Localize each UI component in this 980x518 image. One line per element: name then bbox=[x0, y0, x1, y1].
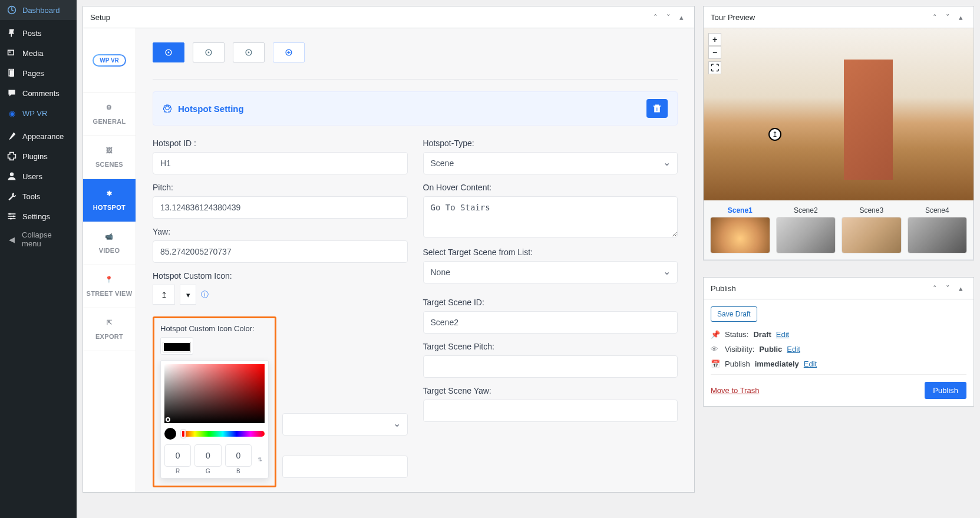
map-pin-icon: 📍 bbox=[104, 276, 115, 286]
target-pitch-input[interactable] bbox=[423, 355, 678, 378]
scene-thumbnails: Scene1 Scene2 Scene3 Scene4 bbox=[704, 200, 974, 260]
panel-up-icon[interactable]: ˄ bbox=[649, 11, 661, 23]
icon-preview-button[interactable]: ↥ bbox=[153, 285, 175, 305]
hidden-select[interactable] bbox=[282, 413, 408, 435]
panel-toggle-icon[interactable]: ▴ bbox=[675, 11, 687, 23]
sidebar-item-dashboard[interactable]: Dashboard bbox=[0, 0, 77, 20]
scene-thumb-3[interactable]: Scene3 bbox=[842, 206, 902, 253]
fullscreen-button[interactable]: ⛶ bbox=[708, 61, 721, 74]
sidebar-label: Appearance bbox=[22, 132, 64, 141]
sidebar-label: Collapse menu bbox=[22, 230, 71, 248]
move-to-trash-link[interactable]: Move to Trash bbox=[711, 386, 759, 395]
vtab-scenes[interactable]: 🖼SCENES bbox=[83, 136, 136, 179]
sidebar-label: Users bbox=[22, 172, 42, 181]
hotspot-tab-add[interactable] bbox=[273, 42, 305, 62]
scene-thumb-image bbox=[710, 217, 770, 253]
hotspot-id-input[interactable] bbox=[153, 152, 408, 174]
svg-point-9 bbox=[9, 213, 11, 215]
hotspot-tab-1[interactable] bbox=[153, 42, 184, 62]
sidebar-item-settings[interactable]: Settings bbox=[0, 206, 77, 226]
rgb-g-input[interactable] bbox=[194, 444, 221, 467]
vtab-general[interactable]: ⚙GENERAL bbox=[83, 93, 136, 136]
field-target-list: Select Target Scene from List: None bbox=[423, 248, 678, 283]
hotspot-tab-3[interactable] bbox=[233, 42, 265, 62]
edit-visibility-link[interactable]: Edit bbox=[787, 345, 800, 354]
current-color-swatch bbox=[164, 428, 176, 440]
hue-slider[interactable] bbox=[181, 431, 265, 437]
rgb-r-input[interactable] bbox=[164, 444, 191, 467]
color-swatch[interactable] bbox=[163, 342, 190, 352]
color-mode-toggle[interactable]: ⇅ bbox=[255, 444, 265, 474]
field-hover-content: On Hover Content: Go To Stairs bbox=[423, 183, 678, 239]
scene-thumb-1[interactable]: Scene1 bbox=[710, 206, 770, 253]
icon-dropdown-button[interactable]: ▾ bbox=[180, 285, 196, 305]
panel-toggle-icon[interactable]: ▴ bbox=[955, 282, 966, 294]
target-list-select[interactable]: None bbox=[423, 261, 678, 283]
panel-up-icon[interactable]: ˄ bbox=[929, 282, 941, 294]
pin-icon bbox=[6, 27, 18, 39]
target-id-input[interactable] bbox=[423, 311, 678, 334]
edit-status-link[interactable]: Edit bbox=[776, 330, 789, 339]
preview-title: Tour Preview bbox=[711, 13, 755, 22]
vtab-video[interactable]: 📹VIDEO bbox=[83, 222, 136, 265]
scene-thumb-image bbox=[908, 217, 968, 253]
sidebar-item-posts[interactable]: Posts bbox=[0, 23, 77, 43]
panel-toggle-icon[interactable]: ▴ bbox=[955, 11, 966, 23]
scene-thumb-4[interactable]: Scene4 bbox=[908, 206, 968, 253]
rgb-b-input[interactable] bbox=[225, 444, 252, 467]
target-yaw-input[interactable] bbox=[423, 400, 678, 422]
panel-up-icon[interactable]: ˄ bbox=[929, 11, 941, 23]
wpvr-icon: ◉ bbox=[6, 107, 18, 119]
panel-down-icon[interactable]: ˅ bbox=[942, 11, 953, 23]
calendar-icon: 📅 bbox=[711, 359, 720, 368]
zoom-out-button[interactable]: − bbox=[708, 46, 721, 59]
preview-viewport[interactable]: + − ⛶ ↥ bbox=[704, 28, 974, 200]
video-icon: 📹 bbox=[104, 233, 115, 243]
vtab-hotspot[interactable]: ✱HOTSPOT bbox=[83, 179, 136, 222]
vtab-export[interactable]: ⇱EXPORT bbox=[83, 308, 136, 351]
sidebar-item-tools[interactable]: Tools bbox=[0, 186, 77, 206]
sidebar-label: Comments bbox=[22, 89, 60, 98]
field-hotspot-id: Hotspot ID : bbox=[153, 138, 408, 174]
panel-down-icon[interactable]: ˅ bbox=[662, 11, 674, 23]
hover-content-input[interactable]: Go To Stairs bbox=[423, 196, 678, 237]
scene-thumb-2[interactable]: Scene2 bbox=[776, 206, 836, 253]
settings-icon bbox=[6, 210, 18, 222]
sidebar-item-users[interactable]: Users bbox=[0, 166, 77, 186]
zoom-in-button[interactable]: + bbox=[708, 33, 721, 46]
svg-rect-4 bbox=[10, 70, 14, 77]
yaw-input[interactable] bbox=[153, 240, 408, 263]
publish-button[interactable]: Publish bbox=[925, 382, 966, 399]
sidebar-item-plugins[interactable]: Plugins bbox=[0, 146, 77, 166]
save-draft-button[interactable]: Save Draft bbox=[711, 306, 757, 322]
scene-thumb-image bbox=[842, 217, 902, 253]
sidebar-item-comments[interactable]: Comments bbox=[0, 83, 77, 103]
pitch-input[interactable] bbox=[153, 196, 408, 219]
saturation-cursor[interactable] bbox=[166, 417, 170, 422]
sidebar-item-appearance[interactable]: Appearance bbox=[0, 126, 77, 146]
sidebar-label: Pages bbox=[22, 69, 44, 78]
sidebar-item-media[interactable]: Media bbox=[0, 43, 77, 63]
edit-schedule-link[interactable]: Edit bbox=[804, 359, 817, 368]
saturation-area[interactable] bbox=[164, 364, 265, 423]
wpvr-logo: WP VR bbox=[83, 28, 136, 93]
delete-hotspot-button[interactable] bbox=[646, 99, 668, 118]
publish-panel: Publish ˄ ˅ ▴ Save Draft 📌 Status: Draft… bbox=[703, 277, 974, 407]
hue-cursor[interactable] bbox=[181, 430, 186, 438]
hidden-input[interactable] bbox=[282, 456, 408, 478]
svg-point-13 bbox=[168, 52, 170, 54]
hotspot-tab-2[interactable] bbox=[193, 42, 225, 62]
scene-nav-hotspot[interactable]: ↥ bbox=[768, 128, 781, 141]
field-hotspot-type: Hotspot-Type: Scene bbox=[423, 138, 678, 174]
svg-point-10 bbox=[13, 215, 15, 217]
panel-down-icon[interactable]: ˅ bbox=[942, 282, 953, 294]
setup-title: Setup bbox=[90, 13, 110, 22]
hotspot-type-select[interactable]: Scene bbox=[423, 152, 678, 174]
sidebar-item-collapse[interactable]: ◀Collapse menu bbox=[0, 226, 77, 252]
sidebar-item-wpvr[interactable]: ◉WP VR bbox=[0, 103, 77, 123]
info-icon[interactable]: ⓘ bbox=[201, 289, 209, 300]
sidebar-item-pages[interactable]: Pages bbox=[0, 63, 77, 83]
dashboard-icon bbox=[6, 4, 18, 16]
setup-panel: Setup ˄ ˅ ▴ WP VR ⚙GENERAL 🖼SCENES ✱HOTS… bbox=[83, 6, 695, 493]
vtab-streetview[interactable]: 📍STREET VIEW bbox=[83, 265, 136, 308]
